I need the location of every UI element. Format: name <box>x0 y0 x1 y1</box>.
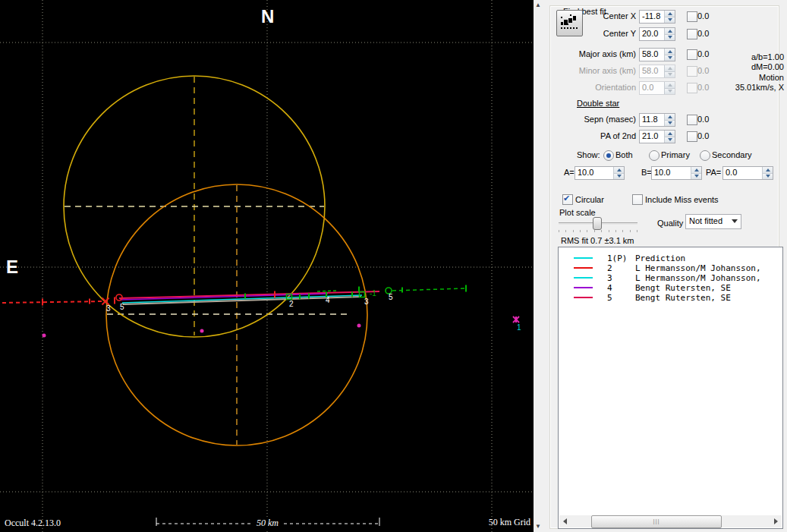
fit-row-fix-checkbox-1[interactable] <box>687 11 697 22</box>
spin-up-icon[interactable] <box>665 65 675 71</box>
east-direction-label: E <box>6 257 18 278</box>
quality-value: Not fitted <box>689 216 722 225</box>
legend-observer-name: L Hermansson/M Johansson, <box>635 263 761 273</box>
fit-row-spinner-5[interactable]: 0.0 <box>639 81 675 95</box>
pa2-spinner-value: 0.0 <box>723 167 762 179</box>
fit-row-spinner-2[interactable]: 20.0 <box>639 27 675 41</box>
fit-row-label: Minor axis (km) <box>579 66 636 75</box>
spin-up-icon[interactable] <box>665 131 675 137</box>
sepn-spinner[interactable]: 11.8 <box>639 113 675 127</box>
b-label: B= <box>641 168 652 177</box>
find-best-fit-button[interactable] <box>556 10 583 36</box>
radio-primary[interactable] <box>649 150 660 161</box>
spin-down-icon[interactable] <box>691 173 701 180</box>
spin-down-icon[interactable] <box>763 173 773 180</box>
spin-up-icon[interactable] <box>665 28 675 34</box>
a-spinner-value: 10.0 <box>575 167 613 179</box>
pa-fix-label: 0.0 <box>697 131 709 140</box>
legend-chord-number: 1(P) <box>607 253 628 263</box>
legend-observer-name: Bengt Rutersten, SE <box>635 283 731 293</box>
fit-row-fix-checkbox-4[interactable] <box>687 66 697 77</box>
legend-row[interactable]: 4Bengt Rutersten, SE <box>559 283 781 293</box>
legend-row[interactable]: 1(P)Prediction <box>559 253 781 263</box>
circular-checkbox[interactable] <box>562 194 573 205</box>
fit-row-fix-checkbox-2[interactable] <box>687 29 697 39</box>
legend-chord-number: 5 <box>607 293 612 303</box>
spin-up-icon[interactable] <box>665 82 675 88</box>
spin-down-icon[interactable] <box>665 55 675 61</box>
motion-label: Motion <box>759 73 784 82</box>
svg-text:4: 4 <box>326 296 330 304</box>
quality-dropdown[interactable]: Not fitted <box>685 214 741 229</box>
fit-row-fix-label: 0.0 <box>697 66 709 75</box>
a-spinner[interactable]: 10.0 <box>575 166 625 180</box>
spin-down-icon[interactable] <box>665 120 675 127</box>
occultation-chords-plot: 352435-11 <box>0 0 534 532</box>
show-label: Show: <box>577 150 600 159</box>
pa2-label: PA= <box>706 168 721 177</box>
fit-row-spinner-4-value: 58.0 <box>640 65 664 77</box>
spin-down-icon[interactable] <box>665 88 675 95</box>
svg-text:2: 2 <box>289 300 294 308</box>
spin-up-icon[interactable] <box>763 167 773 173</box>
fit-row-label: Major axis (km) <box>579 49 636 58</box>
spin-down-icon[interactable] <box>665 137 675 143</box>
grid-scale-label: 50 km Grid <box>489 517 530 528</box>
panel-scroll-strip[interactable]: ▲ ▼ <box>534 0 544 532</box>
fit-row-fix-checkbox-5[interactable] <box>687 83 697 93</box>
scroll-down-icon[interactable]: ▼ <box>535 524 541 530</box>
spin-up-icon[interactable] <box>691 167 701 173</box>
motion-value: 35.01km/s, X <box>735 83 784 92</box>
legend-row[interactable]: 2L Hermansson/M Johansson, <box>559 263 781 273</box>
fit-row-fix-label: 0.0 <box>697 49 709 58</box>
spin-up-icon[interactable] <box>614 167 624 173</box>
plot-scale-slider[interactable] <box>559 217 637 228</box>
fit-row-fix-label: 0.0 <box>697 11 709 20</box>
svg-text:3: 3 <box>364 297 369 306</box>
pa-fix-checkbox[interactable] <box>687 131 697 142</box>
include-miss-checkbox[interactable] <box>632 194 643 205</box>
fit-row-spinner-4[interactable]: 58.0 <box>639 65 675 78</box>
scrollbar-thumb[interactable]: ||| <box>591 515 722 528</box>
spin-down-icon[interactable] <box>614 173 624 180</box>
legend-chord-number: 3 <box>607 273 612 283</box>
circular-label: Circular <box>575 195 604 204</box>
spin-up-icon[interactable] <box>665 11 675 17</box>
legend-observer-name: Prediction <box>635 253 685 263</box>
spin-down-icon[interactable] <box>665 71 675 78</box>
fit-row-label: Center Y <box>603 29 636 38</box>
svg-text:-1: -1 <box>370 289 376 297</box>
legend-row[interactable]: 5Bengt Rutersten, SE <box>559 293 781 303</box>
pa2-spinner[interactable]: 0.0 <box>722 166 773 180</box>
spin-up-icon[interactable] <box>665 49 675 55</box>
svg-text:5: 5 <box>120 303 124 311</box>
radio-secondary[interactable] <box>700 150 710 161</box>
sepn-fix-checkbox[interactable] <box>687 115 697 125</box>
fit-row-spinner-3-value: 58.0 <box>640 49 664 61</box>
spin-down-icon[interactable] <box>665 17 675 24</box>
pa-of-2nd-label: PA of 2nd <box>600 131 636 140</box>
legend-row[interactable]: 3L Hermansson/M Johansson, <box>559 273 781 283</box>
pa-of-2nd-spinner[interactable]: 21.0 <box>639 130 675 143</box>
legend-color-swatch <box>574 287 593 288</box>
slider-thumb[interactable] <box>593 217 602 230</box>
fit-row-fix-checkbox-3[interactable] <box>687 49 697 60</box>
legend-horizontal-scrollbar[interactable]: ||| <box>559 515 782 527</box>
legend-chord-number: 4 <box>607 283 612 293</box>
radio-both[interactable] <box>603 150 614 161</box>
double-star-heading: Double star <box>577 99 619 108</box>
scroll-left-icon[interactable] <box>559 515 571 527</box>
fit-row-spinner-1[interactable]: -11.8 <box>639 10 675 24</box>
b-spinner-value: 10.0 <box>652 167 691 179</box>
scroll-up-icon[interactable]: ▲ <box>535 2 541 8</box>
spin-down-icon[interactable] <box>665 34 675 41</box>
scroll-right-icon[interactable] <box>770 515 782 527</box>
radio-both-label: Both <box>615 150 633 159</box>
radio-secondary-label: Secondary <box>712 150 752 159</box>
observer-legend-listbox[interactable]: 1(P)Prediction2L Hermansson/M Johansson,… <box>558 247 783 529</box>
plot-canvas[interactable]: 352435-11 N E Occult 4.2.13.0 50 km 50 k… <box>0 0 534 532</box>
radio-primary-label: Primary <box>661 150 690 159</box>
b-spinner[interactable]: 10.0 <box>651 166 702 180</box>
spin-up-icon[interactable] <box>665 114 675 120</box>
fit-row-spinner-3[interactable]: 58.0 <box>639 48 675 61</box>
